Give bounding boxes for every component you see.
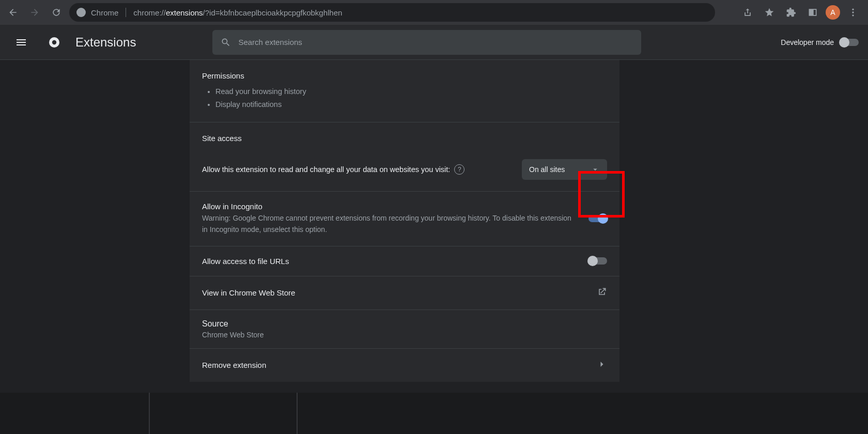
source-title: Source xyxy=(202,319,607,329)
browser-top-bar: Chrome chrome://extensions/?id=kbfnbcaep… xyxy=(0,0,868,25)
extension-detail-card: Permissions Read your browsing history D… xyxy=(190,60,619,382)
developer-mode-label: Developer mode xyxy=(781,38,834,47)
content-area: Permissions Read your browsing history D… xyxy=(0,60,868,393)
bottom-tab[interactable] xyxy=(150,393,298,434)
reload-button[interactable] xyxy=(48,4,65,21)
forward-button[interactable] xyxy=(26,4,43,21)
site-access-select[interactable]: On all sites xyxy=(522,159,607,180)
site-access-selected: On all sites xyxy=(529,165,565,174)
svg-point-2 xyxy=(852,14,854,16)
allow-incognito-row: Allow in Incognito Warning: Google Chrom… xyxy=(190,192,619,246)
site-access-prompt: Allow this extension to read and change … xyxy=(202,165,450,174)
address-bar[interactable]: Chrome chrome://extensions/?id=kbfnbcaep… xyxy=(69,3,715,22)
chevron-right-icon xyxy=(597,359,607,371)
developer-mode-toggle[interactable] xyxy=(840,39,859,46)
site-access-title: Site access xyxy=(202,134,607,143)
search-extensions-box[interactable] xyxy=(212,30,641,55)
remove-extension-row[interactable]: Remove extension xyxy=(190,349,619,382)
search-input[interactable] xyxy=(238,38,633,47)
site-access-section: Site access Allow this extension to read… xyxy=(190,122,619,192)
chrome-logo-icon xyxy=(42,30,66,54)
permissions-list: Read your browsing history Display notif… xyxy=(202,85,607,111)
profile-avatar[interactable]: A xyxy=(826,5,840,20)
chevron-down-icon xyxy=(591,165,600,174)
svg-point-4 xyxy=(52,40,56,44)
help-icon[interactable]: ? xyxy=(454,164,464,175)
permission-item: Read your browsing history xyxy=(215,85,607,98)
permission-item: Display notifications xyxy=(215,98,607,111)
share-icon[interactable] xyxy=(739,4,756,21)
allow-incognito-toggle[interactable] xyxy=(588,215,607,222)
webstore-title: View in Chrome Web Store xyxy=(202,288,586,297)
url-product: Chrome xyxy=(91,8,118,17)
menu-hamburger-icon[interactable] xyxy=(9,30,33,54)
svg-point-0 xyxy=(852,9,854,10)
view-webstore-row[interactable]: View in Chrome Web Store xyxy=(190,276,619,310)
bottom-tab[interactable] xyxy=(0,393,150,434)
app-header: Extensions Developer mode xyxy=(0,25,868,60)
url-display: chrome://extensions/?id=kbfnbcaeplbcioak… xyxy=(133,8,342,17)
fileurls-title: Allow access to file URLs xyxy=(202,257,578,266)
source-row: Source Chrome Web Store xyxy=(190,310,619,349)
back-button[interactable] xyxy=(4,4,22,21)
permissions-section: Permissions Read your browsing history D… xyxy=(190,60,619,122)
site-identity-icon xyxy=(76,8,86,17)
bookmark-star-icon[interactable] xyxy=(761,4,778,21)
allow-fileurls-toggle[interactable] xyxy=(588,257,607,265)
extensions-puzzle-icon[interactable] xyxy=(782,4,800,21)
permissions-title: Permissions xyxy=(202,71,607,80)
kebab-menu-icon[interactable] xyxy=(844,4,862,21)
search-icon xyxy=(221,37,231,48)
bottom-tab-strip xyxy=(0,393,868,434)
open-external-icon xyxy=(597,287,607,299)
remove-title: Remove extension xyxy=(202,361,586,369)
incognito-warning: Warning: Google Chrome cannot prevent ex… xyxy=(202,213,578,235)
svg-point-1 xyxy=(852,11,854,13)
separator xyxy=(126,8,126,17)
source-value: Chrome Web Store xyxy=(202,331,607,339)
incognito-title: Allow in Incognito xyxy=(202,202,578,211)
allow-fileurls-row: Allow access to file URLs xyxy=(190,246,619,276)
page-title: Extensions xyxy=(75,35,136,50)
side-panel-icon[interactable] xyxy=(804,4,822,21)
